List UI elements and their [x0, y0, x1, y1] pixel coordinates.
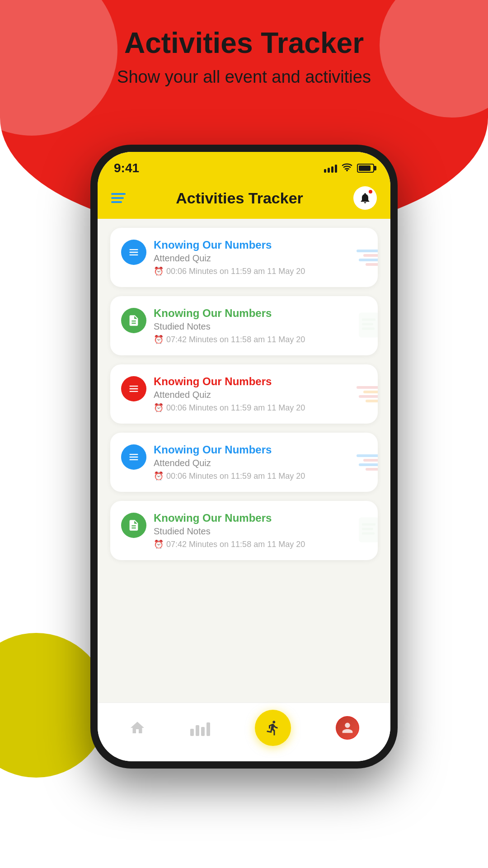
card-thumb-3: [357, 386, 378, 402]
signal-bar-1: [324, 169, 326, 173]
nav-stats-button[interactable]: [190, 720, 210, 736]
phone-inner-screen: 9:41: [98, 152, 390, 761]
card-subtitle-2: Studied Notes: [154, 321, 367, 332]
clock-icon-4: ⏰: [154, 471, 164, 481]
activity-card-3[interactable]: Knowing Our Numbers Attended Quiz ⏰ 00:0…: [110, 364, 378, 424]
activity-card-1[interactable]: Knowing Our Numbers Attended Quiz ⏰ 00:0…: [110, 228, 378, 287]
card-time-text-4: 00:06 Minutes on 11:59 am 11 May 20: [166, 472, 305, 481]
card-icon-quiz-blue: [121, 240, 146, 265]
hamburger-line-2: [111, 197, 124, 199]
status-time: 9:41: [114, 161, 139, 175]
card-time-text-3: 00:06 Minutes on 11:59 am 11 May 20: [166, 403, 305, 413]
card-time-text-5: 07:42 Minutes on 11:58 am 11 May 20: [166, 540, 305, 549]
notification-bell-button[interactable]: [353, 186, 377, 210]
clock-icon-2: ⏰: [154, 335, 164, 344]
stats-bar-4: [206, 722, 210, 736]
card-subtitle-3: Attended Quiz: [154, 390, 367, 400]
card-time-text-1: 00:06 Minutes on 11:59 am 11 May 20: [166, 267, 305, 276]
svg-rect-2: [362, 318, 375, 321]
wifi-icon: [342, 162, 352, 174]
activity-card-5[interactable]: Knowing Our Numbers Studied Notes ⏰ 07:4…: [110, 501, 378, 560]
svg-rect-3: [362, 323, 373, 325]
thumb-quiz-icon-1: [357, 250, 378, 266]
status-bar: 9:41: [98, 152, 390, 179]
bottom-navigation: [98, 703, 390, 761]
card-subtitle-5: Studied Notes: [154, 526, 367, 537]
card-info-1: Knowing Our Numbers Attended Quiz ⏰ 00:0…: [154, 239, 367, 276]
signal-bar-2: [328, 168, 330, 173]
stats-bar-2: [196, 725, 199, 736]
phone-outer-frame: 9:41: [90, 145, 398, 769]
card-icon-quiz-blue-2: [121, 444, 146, 470]
card-info-5: Knowing Our Numbers Studied Notes ⏰ 07:4…: [154, 512, 367, 549]
page-title: Activities Tracker: [0, 27, 488, 59]
page-subtitle: Show your all event and activities: [0, 66, 488, 88]
activity-card-2[interactable]: Knowing Our Numbers Studied Notes ⏰ 07:4…: [110, 296, 378, 355]
card-icon-quiz-red: [121, 376, 146, 401]
clock-icon-1: ⏰: [154, 266, 164, 276]
battery-icon: [357, 164, 374, 173]
card-left-1: Knowing Our Numbers Attended Quiz ⏰ 00:0…: [121, 239, 367, 276]
card-title-2: Knowing Our Numbers: [154, 307, 367, 320]
hamburger-line-1: [111, 193, 126, 195]
svg-rect-8: [362, 532, 375, 534]
user-avatar: [336, 717, 359, 739]
clock-icon-5: ⏰: [154, 539, 164, 549]
hamburger-line-3: [111, 201, 122, 203]
card-title-3: Knowing Our Numbers: [154, 375, 367, 388]
status-icons: [324, 162, 374, 174]
card-time-2: ⏰ 07:42 Minutes on 11:58 am 11 May 20: [154, 335, 367, 344]
card-left-3: Knowing Our Numbers Attended Quiz ⏰ 00:0…: [121, 375, 367, 413]
card-left-2: Knowing Our Numbers Studied Notes ⏰ 07:4…: [121, 307, 367, 344]
card-info-2: Knowing Our Numbers Studied Notes ⏰ 07:4…: [154, 307, 367, 344]
nav-activity-button[interactable]: [255, 710, 291, 746]
card-subtitle-1: Attended Quiz: [154, 253, 367, 264]
card-thumb-2: [357, 310, 378, 341]
card-subtitle-4: Attended Quiz: [154, 458, 367, 468]
notification-dot: [368, 189, 373, 194]
card-icon-notes-green-2: [121, 513, 146, 538]
header-section: Activities Tracker Show your all event a…: [0, 27, 488, 89]
svg-point-0: [346, 170, 348, 171]
card-left-4: Knowing Our Numbers Attended Quiz ⏰ 00:0…: [121, 443, 367, 481]
signal-bar-3: [331, 166, 333, 173]
thumb-quiz-icon-3: [357, 386, 378, 402]
activity-card-4[interactable]: Knowing Our Numbers Attended Quiz ⏰ 00:0…: [110, 433, 378, 492]
card-title-5: Knowing Our Numbers: [154, 512, 367, 524]
card-time-3: ⏰ 00:06 Minutes on 11:59 am 11 May 20: [154, 403, 367, 413]
svg-rect-6: [362, 523, 375, 525]
card-time-4: ⏰ 00:06 Minutes on 11:59 am 11 May 20: [154, 471, 367, 481]
thumb-quiz-icon-4: [357, 454, 378, 471]
battery-fill: [359, 165, 371, 171]
card-info-3: Knowing Our Numbers Attended Quiz ⏰ 00:0…: [154, 375, 367, 413]
content-area: Knowing Our Numbers Attended Quiz ⏰ 00:0…: [98, 219, 390, 711]
stats-bars-icon: [190, 720, 210, 736]
card-thumb-1: [357, 250, 378, 266]
card-info-4: Knowing Our Numbers Attended Quiz ⏰ 00:0…: [154, 443, 367, 481]
card-icon-notes-green: [121, 308, 146, 333]
signal-bar-4: [335, 165, 337, 173]
card-time-5: ⏰ 07:42 Minutes on 11:58 am 11 May 20: [154, 539, 367, 549]
svg-rect-7: [362, 528, 373, 530]
card-thumb-5: [357, 515, 378, 546]
clock-icon-3: ⏰: [154, 403, 164, 413]
nav-home-button[interactable]: [129, 720, 145, 736]
card-time-text-2: 07:42 Minutes on 11:58 am 11 May 20: [166, 335, 305, 344]
card-left-5: Knowing Our Numbers Studied Notes ⏰ 07:4…: [121, 512, 367, 549]
app-header: Activities Tracker: [98, 179, 390, 219]
stats-bar-3: [201, 727, 205, 736]
phone-mockup: 9:41: [90, 145, 398, 769]
app-header-title: Activities Tracker: [176, 189, 303, 207]
card-time-1: ⏰ 00:06 Minutes on 11:59 am 11 May 20: [154, 266, 367, 276]
card-title-1: Knowing Our Numbers: [154, 239, 367, 251]
card-thumb-4: [357, 454, 378, 471]
nav-profile-button[interactable]: [336, 716, 359, 740]
signal-bars-icon: [324, 164, 337, 173]
card-title-4: Knowing Our Numbers: [154, 443, 367, 456]
svg-rect-4: [362, 327, 375, 330]
hamburger-menu-icon[interactable]: [111, 193, 126, 203]
stats-bar-1: [190, 729, 194, 736]
